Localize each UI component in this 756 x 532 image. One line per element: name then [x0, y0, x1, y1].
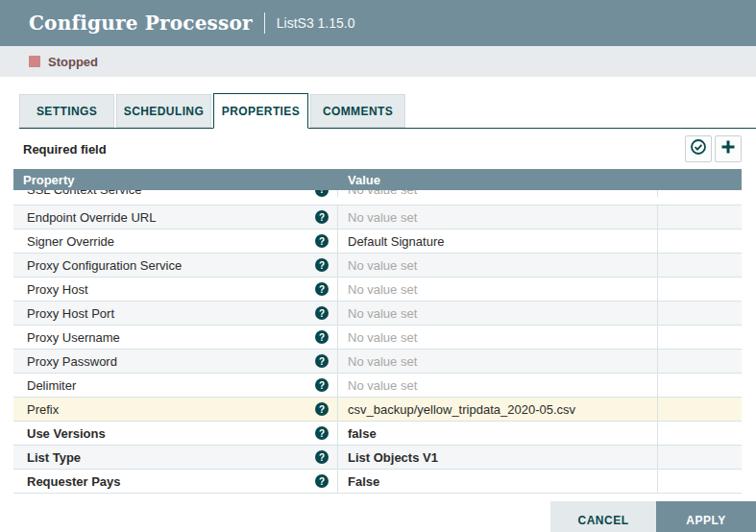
property-value-cell[interactable]: No value set — [338, 302, 658, 325]
property-name-cell: Endpoint Override URL? — [13, 206, 338, 229]
help-icon[interactable]: ? — [315, 450, 329, 464]
help-icon[interactable]: ? — [315, 234, 329, 248]
table-row: Signer Override?Default Signature — [13, 230, 742, 254]
table-row: Delimiter?No value set — [13, 374, 742, 398]
property-value-cell[interactable]: False — [338, 470, 658, 493]
table-row: Prefix?csv_backup/yellow_tripdata_2020-0… — [13, 398, 742, 422]
property-value-cell[interactable]: csv_backup/yellow_tripdata_2020-05.csv — [338, 398, 658, 421]
help-icon[interactable]: ? — [315, 330, 329, 344]
status-bar: Stopped — [0, 46, 756, 77]
property-name: Proxy Host — [27, 282, 88, 297]
row-extra-cell — [658, 446, 742, 469]
tab-scheduling[interactable]: SCHEDULING — [116, 94, 211, 128]
property-name: Delimiter — [27, 378, 76, 393]
property-value: No value set — [348, 282, 417, 297]
property-value-cell[interactable]: No value set — [338, 190, 658, 197]
help-icon[interactable]: ? — [315, 378, 329, 392]
property-value-cell[interactable]: No value set — [338, 326, 658, 349]
help-icon[interactable]: ? — [315, 306, 329, 320]
help-icon[interactable]: ? — [315, 354, 329, 368]
table-header: Property Value — [13, 169, 742, 190]
property-value-cell[interactable]: No value set — [338, 254, 658, 277]
help-icon[interactable]: ? — [315, 210, 329, 224]
property-name: List Type — [27, 450, 81, 465]
property-value: False — [348, 474, 379, 489]
cancel-button[interactable]: CANCEL — [550, 501, 656, 532]
column-header-value: Value — [338, 173, 658, 187]
row-extra-cell — [658, 190, 742, 197]
property-name: Proxy Configuration Service — [27, 258, 182, 273]
row-extra-cell — [658, 230, 742, 253]
tab-properties[interactable]: PROPERTIES — [213, 93, 308, 129]
tab-settings[interactable]: SETTINGS — [19, 94, 114, 128]
row-extra-cell — [658, 278, 742, 301]
title-separator — [264, 12, 265, 34]
property-name-cell: Proxy Password? — [13, 350, 338, 373]
table-body: SSL Context Service?No value setEndpoint… — [13, 190, 742, 494]
row-extra-cell — [658, 302, 742, 325]
property-value-cell[interactable]: No value set — [338, 278, 658, 301]
status-label: Stopped — [48, 55, 98, 69]
help-icon[interactable]: ? — [315, 474, 329, 488]
table-row: List Type?List Objects V1 — [13, 446, 742, 470]
verify-properties-button[interactable] — [685, 135, 712, 162]
table-row: Endpoint Override URL?No value set — [13, 206, 742, 230]
help-icon[interactable]: ? — [315, 282, 329, 296]
property-value: csv_backup/yellow_tripdata_2020-05.csv — [348, 402, 575, 417]
property-name-cell: Proxy Host Port? — [13, 302, 338, 325]
dialog-title: Configure Processor — [29, 12, 253, 35]
property-value: No value set — [348, 210, 417, 225]
properties-toolbar: Required field — [0, 129, 756, 171]
apply-button[interactable]: APPLY — [656, 501, 756, 532]
property-value: No value set — [348, 330, 417, 345]
table-row: Proxy Password?No value set — [13, 350, 742, 374]
row-extra-cell — [658, 326, 742, 349]
property-value: No value set — [348, 258, 417, 273]
property-value: No value set — [348, 378, 417, 393]
property-value-cell[interactable]: No value set — [338, 374, 658, 397]
table-row: SSL Context Service?No value set — [13, 190, 742, 206]
dialog-header: Configure Processor ListS3 1.15.0 — [0, 0, 756, 46]
table-row: Proxy Host?No value set — [13, 278, 742, 302]
property-value-cell[interactable]: false — [338, 422, 658, 445]
processor-name-version: ListS3 1.15.0 — [277, 15, 355, 31]
property-name: SSL Context Service — [27, 190, 141, 197]
property-value-cell[interactable]: No value set — [338, 350, 658, 373]
stopped-indicator-icon — [29, 56, 40, 67]
property-value: No value set — [348, 190, 417, 197]
add-property-button[interactable] — [715, 135, 742, 162]
property-name-cell: Proxy Configuration Service? — [13, 254, 338, 277]
property-name: Requester Pays — [27, 474, 121, 489]
row-extra-cell — [658, 350, 742, 373]
property-name: Proxy Host Port — [27, 306, 114, 321]
add-property-icon — [719, 138, 737, 159]
property-value-cell[interactable]: List Objects V1 — [338, 446, 658, 469]
help-icon[interactable]: ? — [315, 426, 329, 440]
property-name-cell: Prefix? — [13, 398, 338, 421]
help-icon[interactable]: ? — [315, 402, 329, 416]
property-name-cell: SSL Context Service? — [13, 190, 338, 197]
row-extra-cell — [658, 470, 742, 493]
verify-properties-icon — [690, 138, 707, 159]
property-value-cell[interactable]: Default Signature — [338, 230, 658, 253]
property-name-cell: Delimiter? — [13, 374, 338, 397]
property-name: Signer Override — [27, 234, 114, 249]
dialog-footer: CANCEL APPLY — [550, 501, 756, 532]
help-icon[interactable]: ? — [315, 190, 329, 197]
properties-table: Property Value SSL Context Service?No va… — [13, 169, 742, 494]
table-row: Proxy Configuration Service?No value set — [13, 254, 742, 278]
property-name: Proxy Password — [27, 354, 117, 369]
property-value: List Objects V1 — [348, 450, 438, 465]
property-name-cell: Signer Override? — [13, 230, 338, 253]
property-name: Endpoint Override URL — [27, 210, 156, 225]
row-extra-cell — [658, 422, 742, 445]
property-value: Default Signature — [348, 234, 444, 249]
property-name: Prefix — [27, 402, 59, 417]
property-name-cell: Requester Pays? — [13, 470, 338, 493]
help-icon[interactable]: ? — [315, 258, 329, 272]
property-name: Proxy Username — [27, 330, 120, 345]
tab-comments[interactable]: COMMENTS — [310, 94, 405, 128]
property-value: false — [348, 426, 377, 441]
row-extra-cell — [658, 254, 742, 277]
property-value-cell[interactable]: No value set — [338, 206, 658, 229]
